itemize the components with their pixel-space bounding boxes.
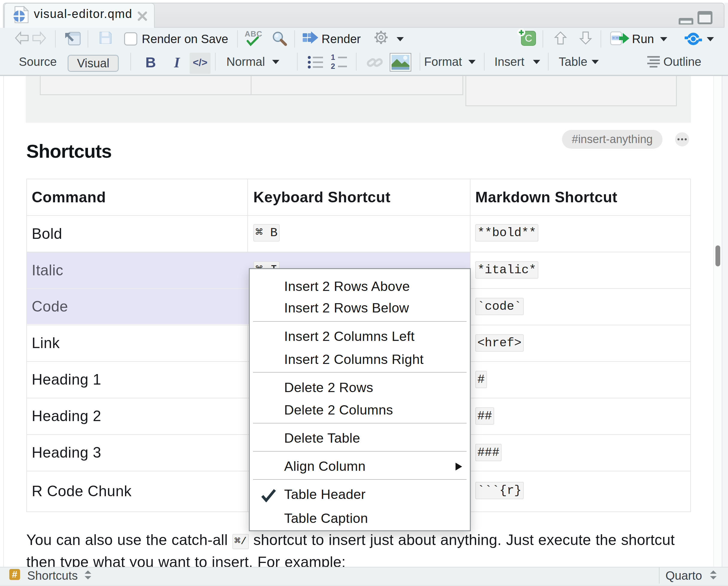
svg-text:1: 1 [331,54,335,62]
svg-text:2: 2 [331,62,335,71]
